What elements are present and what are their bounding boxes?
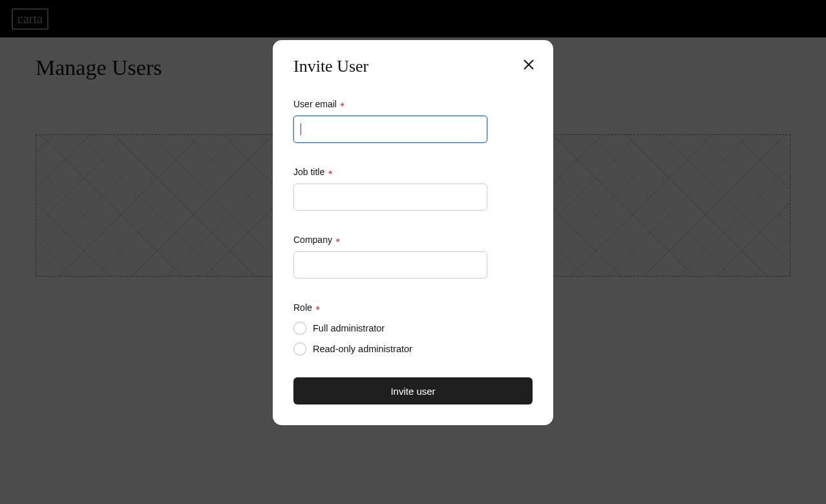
required-indicator-icon: * xyxy=(328,168,332,179)
radio-button[interactable] xyxy=(293,322,306,335)
field-group-job-title: Job title * xyxy=(293,166,533,211)
email-label-text: User email xyxy=(293,99,337,109)
company-input[interactable] xyxy=(293,251,487,278)
text-caret xyxy=(301,123,301,135)
required-indicator-icon: * xyxy=(316,304,320,315)
required-indicator-icon: * xyxy=(336,236,340,247)
close-icon xyxy=(522,58,535,71)
job-title-label: Job title * xyxy=(293,166,533,177)
radio-row-readonly-admin[interactable]: Read-only administrator xyxy=(293,342,533,355)
job-title-label-text: Job title xyxy=(293,167,324,177)
invite-user-modal: Invite User User email * Job title * xyxy=(273,40,553,425)
role-label: Role * xyxy=(293,302,533,313)
role-radio-group: Full administrator Read-only administrat… xyxy=(293,322,533,355)
radio-row-full-admin[interactable]: Full administrator xyxy=(293,322,533,335)
required-indicator-icon: * xyxy=(341,100,344,111)
field-group-role: Role * Full administrator Read-only admi… xyxy=(293,302,533,355)
role-label-text: Role xyxy=(293,302,312,313)
field-group-company: Company * xyxy=(293,234,533,278)
job-title-input[interactable] xyxy=(293,184,487,211)
modal-overlay[interactable]: Invite User User email * Job title * xyxy=(0,0,826,504)
company-label: Company * xyxy=(293,234,533,245)
email-input-wrap xyxy=(293,116,487,143)
invite-user-button[interactable]: Invite user xyxy=(293,377,533,404)
radio-button[interactable] xyxy=(293,342,306,355)
radio-label: Read-only administrator xyxy=(313,344,412,354)
radio-label: Full administrator xyxy=(313,323,385,333)
modal-title: Invite User xyxy=(293,57,533,76)
close-button[interactable] xyxy=(522,58,535,71)
email-input[interactable] xyxy=(293,116,487,143)
email-label: User email * xyxy=(293,98,533,109)
company-label-text: Company xyxy=(293,235,332,245)
field-group-email: User email * xyxy=(293,98,533,143)
